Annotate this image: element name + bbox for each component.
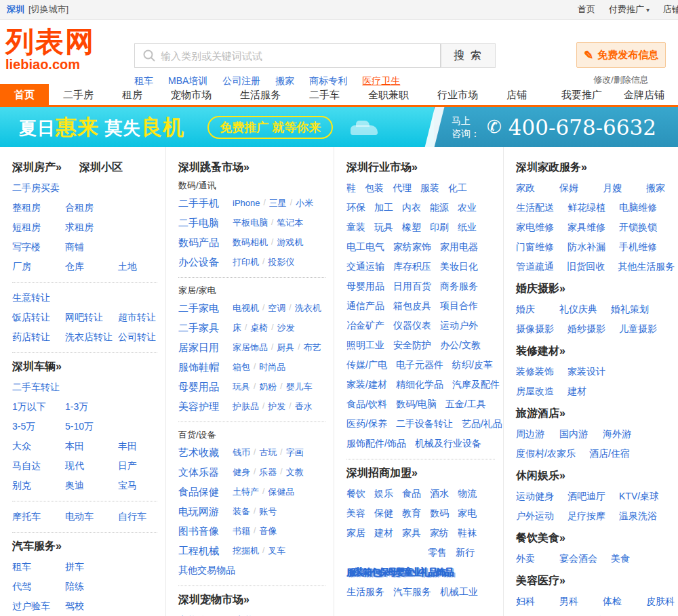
tab-店铺[interactable]: 店铺 (492, 84, 541, 105)
category-link[interactable]: KTV/桌球 (619, 487, 659, 506)
category-link[interactable]: 家居饰品 (233, 337, 268, 357)
category-link[interactable]: 整租房 (12, 198, 56, 218)
category-link[interactable]: 门窗维修 (516, 237, 554, 257)
category-link[interactable]: 开锁换锁 (619, 218, 657, 237)
category-link[interactable]: 五金/工具 (445, 394, 486, 414)
topbar-link[interactable]: 店铺 (663, 3, 678, 16)
category-link[interactable]: 办公设备 (178, 252, 224, 272)
category-link[interactable]: 玩具 (233, 377, 250, 396)
category-link[interactable]: 平板电脑 (233, 213, 268, 232)
section-header-link[interactable]: 装修建材» (516, 345, 565, 356)
category-link[interactable]: 装备 (233, 501, 250, 521)
category-link[interactable]: 宠物狗 (178, 611, 226, 616)
category-link[interactable]: 二手设备转让 (396, 414, 453, 434)
category-link[interactable]: 温泉洗浴 (619, 506, 657, 526)
category-link[interactable]: 电子元器件 (396, 355, 443, 375)
category-link[interactable]: 健身 (233, 462, 250, 482)
category-link[interactable]: 代驾 (12, 577, 56, 596)
category-link[interactable]: 租车 (12, 557, 56, 577)
category-link[interactable]: 体检 (603, 592, 633, 611)
category-link[interactable]: 箱包 (233, 357, 250, 377)
category-link[interactable]: 投影仪 (268, 252, 294, 272)
hot-link[interactable]: 租车 (134, 75, 153, 87)
category-link[interactable]: 厨具 (277, 337, 294, 357)
category-link[interactable]: 防水补漏 (567, 237, 605, 257)
category-link[interactable]: 时尚品 (259, 357, 285, 377)
category-link[interactable]: 家装设计 (567, 362, 605, 382)
section-header-link[interactable]: 深圳车辆» (12, 361, 62, 372)
category-link[interactable]: 家具 (402, 523, 421, 543)
category-link[interactable]: 服饰鞋帽 (178, 357, 224, 377)
category-link[interactable]: iPhone (233, 193, 260, 213)
tab-二手房[interactable]: 二手房 (49, 84, 108, 105)
category-link[interactable]: 音像 (259, 521, 277, 541)
category-link[interactable]: 宝马 (118, 476, 161, 495)
category-link[interactable]: 能源 (430, 198, 449, 218)
category-link[interactable]: 运动健身 (516, 487, 554, 506)
category-link[interactable]: 日用百货 (393, 276, 431, 296)
category-link[interactable]: 生活配送 (516, 198, 554, 218)
promo-banner[interactable]: 夏日惠来 莫失良机 免费推广 就等你来 马上 咨询： ✆ 400-678-663… (0, 107, 678, 147)
category-link[interactable]: 婚纱摄影 (567, 319, 605, 339)
category-link[interactable]: 1万以下 (12, 397, 56, 417)
category-link[interactable]: 数码 (430, 504, 449, 523)
category-link[interactable]: 农业 (458, 198, 477, 218)
section-header-link[interactable]: 美容医疗» (516, 575, 565, 586)
category-link[interactable]: 护发 (268, 396, 285, 416)
category-link[interactable]: 洗衣机 (295, 298, 321, 318)
category-link[interactable]: 其他交易物品 (178, 560, 235, 580)
category-link[interactable]: 印刷 (430, 218, 449, 237)
category-link[interactable]: 商铺 (65, 237, 108, 257)
category-link[interactable]: 周边游 (516, 424, 546, 444)
category-link[interactable]: 合租房 (65, 198, 108, 218)
section-header-link[interactable]: 深圳家政服务» (516, 161, 587, 173)
category-link[interactable]: 建材 (374, 523, 393, 543)
section-header-link[interactable]: 深圳宠物市场» (178, 594, 250, 605)
city-link[interactable]: 深圳 (7, 3, 24, 16)
category-link[interactable]: 物流 (458, 484, 477, 504)
category-link[interactable]: 大众 (12, 436, 56, 456)
category-link[interactable]: 服装箱包保母婴童业礼品饰品 (346, 562, 452, 582)
category-link[interactable]: 橡塑 (402, 218, 421, 237)
category-link[interactable]: 空调 (268, 298, 285, 318)
category-link[interactable]: 零售 (428, 543, 447, 562)
category-link[interactable]: 别克 (12, 476, 56, 495)
category-link[interactable]: 教育 (402, 504, 421, 523)
category-link[interactable]: 求租房 (65, 218, 108, 237)
category-link[interactable]: 鞋袜 (458, 523, 477, 543)
category-link[interactable]: 服饰配件/饰品 (346, 434, 406, 453)
category-link[interactable]: 房屋改造 (516, 382, 554, 401)
category-link[interactable]: 酒水 (430, 484, 449, 504)
category-link[interactable]: 医药/保养 (346, 414, 387, 434)
category-link[interactable]: 本田 (65, 436, 108, 456)
category-link[interactable]: 管道疏通 (516, 257, 553, 276)
category-link[interactable]: 男科 (559, 592, 589, 611)
category-link[interactable]: 奥迪 (65, 476, 108, 495)
category-link[interactable]: 婚庆 (516, 300, 546, 319)
category-link[interactable]: 度假村/农家乐 (516, 444, 576, 464)
category-link[interactable]: 美容整形 (619, 611, 657, 616)
category-link[interactable]: 口腔医院 (516, 611, 554, 616)
category-link[interactable]: 装修装饰 (516, 362, 554, 382)
topbar-link[interactable]: 付费推广▾ (609, 3, 650, 16)
category-link[interactable]: 游戏机 (277, 232, 303, 252)
category-link[interactable]: 家具维修 (567, 218, 605, 237)
category-link[interactable]: 厂房 (12, 257, 56, 276)
category-link[interactable]: 旧货回收 (567, 257, 604, 276)
modify-delete-link[interactable]: 修改/删除信息 (576, 74, 666, 86)
category-link[interactable]: 户外运动 (516, 506, 554, 526)
category-link[interactable]: 娱乐 (374, 484, 393, 504)
category-link[interactable]: 洗衣店转让 (65, 327, 108, 347)
category-link[interactable]: 美妆日化 (440, 257, 478, 276)
category-link[interactable]: 摄像摄影 (516, 319, 554, 339)
category-link[interactable]: 书籍 (233, 521, 250, 541)
category-link[interactable]: 家电 (458, 504, 477, 523)
category-link[interactable]: 床 (233, 318, 241, 337)
nav-link-金牌店铺[interactable]: 金牌店铺 (616, 84, 673, 105)
category-link[interactable]: 布艺 (304, 337, 321, 357)
category-link[interactable]: 仪器仪表 (393, 316, 431, 335)
category-link[interactable]: 二手车转让 (12, 377, 60, 397)
category-link[interactable]: 居家日用 (178, 337, 224, 357)
category-link[interactable]: 交通运输 (346, 257, 384, 276)
category-link[interactable]: 酒店/住宿 (589, 444, 630, 464)
